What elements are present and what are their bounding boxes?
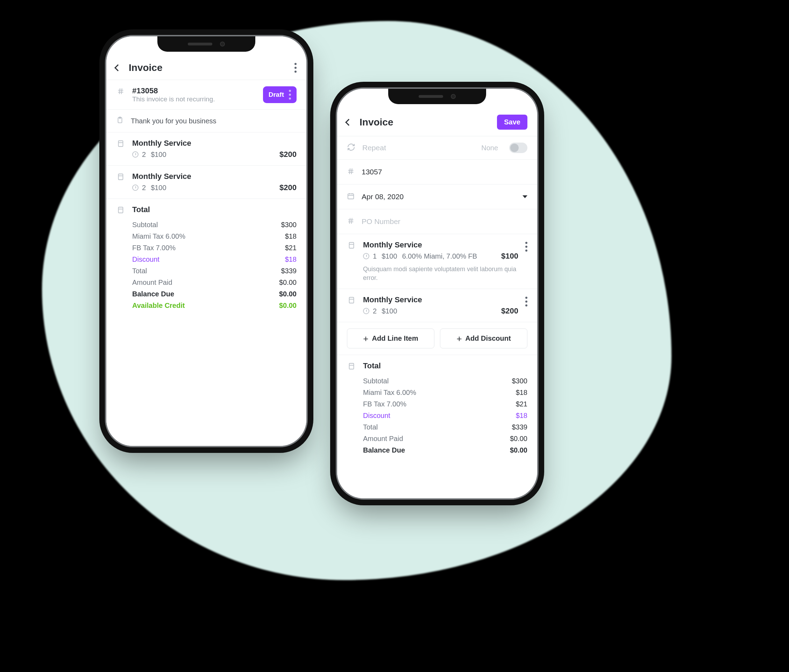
svg-line-3 [121, 88, 122, 94]
line-qty: 2 [132, 184, 146, 192]
clock-icon [132, 185, 139, 191]
totals-section: Total Subtotal$300Miami Tax 6.00%$18FB T… [106, 199, 307, 318]
summary-label: Amount Paid [363, 435, 403, 443]
status-more-icon[interactable] [289, 90, 291, 100]
totals-title: Total [363, 361, 527, 370]
line-tax: 6.00% Miami, 7.00% FB [402, 252, 478, 260]
summary-label: Balance Due [363, 446, 405, 454]
repeat-label: Repeat [363, 143, 474, 152]
date-field[interactable]: Apr 08, 2020 [337, 185, 537, 209]
svg-rect-26 [350, 298, 354, 303]
summary-line: Total$339 [363, 422, 527, 433]
summary-label: Total [132, 267, 147, 275]
summary-line: Discount$18 [363, 410, 527, 422]
line-name: Monthly Service [132, 139, 297, 148]
back-icon[interactable] [345, 119, 352, 126]
svg-line-23 [351, 218, 352, 224]
line-unit: $100 [151, 151, 166, 159]
summary-label: Subtotal [132, 221, 158, 229]
number-value: 13057 [362, 168, 527, 176]
top-bar: Invoice Save [337, 110, 537, 136]
action-buttons: + Add Line Item + Add Discount [337, 322, 537, 355]
add-discount-button[interactable]: + Add Discount [440, 328, 527, 349]
summary-value: $339 [281, 267, 297, 275]
screen-left: Invoice #13058 This invoice is not recur… [106, 37, 307, 446]
back-icon[interactable] [114, 64, 121, 71]
calendar-icon [347, 192, 355, 201]
summary-label: Total [363, 423, 378, 431]
status-badge-label: Draft [268, 91, 284, 99]
line-name: Monthly Service [132, 172, 297, 181]
item-more-icon[interactable] [525, 297, 527, 306]
line-amount: $200 [501, 306, 518, 315]
summary-line: Balance Due$0.00 [132, 288, 297, 300]
summary-value: $0.00 [279, 290, 297, 298]
svg-line-15 [351, 169, 352, 174]
line-amount: $200 [280, 150, 297, 159]
repeat-toggle[interactable] [509, 143, 527, 153]
add-line-item-button[interactable]: + Add Line Item [347, 328, 434, 349]
hash-icon [117, 88, 125, 96]
summary-label: FB Tax 7.00% [363, 400, 406, 408]
line-item: Monthly Service2$100$200 [106, 132, 307, 166]
svg-line-2 [119, 88, 120, 94]
line-name: Monthly Service [363, 240, 518, 250]
line-unit: $100 [151, 184, 166, 192]
summary-line: Discount$18 [132, 254, 297, 265]
summary-line: Miami Tax 6.00%$18 [132, 231, 297, 242]
date-value: Apr 08, 2020 [362, 193, 516, 201]
svg-line-14 [350, 169, 350, 174]
phone-left: Invoice #13058 This invoice is not recur… [105, 35, 308, 447]
summary-line: Total$339 [132, 265, 297, 277]
line-description: Quisquam modi sapiente voluptatem velit … [363, 265, 518, 282]
summary-value: $21 [516, 400, 527, 408]
note-row: Thank you for you business [106, 110, 307, 132]
repeat-row[interactable]: Repeat None [337, 136, 537, 160]
summary-line: Balance Due$0.00 [363, 444, 527, 456]
po-placeholder: PO Number [362, 217, 527, 226]
summary-line: Subtotal$300 [363, 375, 527, 387]
more-icon[interactable] [294, 63, 297, 73]
calculator-icon [348, 362, 355, 371]
add-discount-label: Add Discount [465, 334, 511, 342]
summary-label: Available Credit [132, 302, 185, 310]
summary-label: Miami Tax 6.00% [132, 232, 185, 240]
summary-label: Balance Due [132, 290, 174, 298]
repeat-value: None [481, 144, 498, 152]
top-bar: Invoice [106, 57, 307, 80]
chevron-down-icon [522, 195, 527, 198]
add-line-label: Add Line Item [372, 334, 418, 342]
summary-label: Miami Tax 6.00% [363, 389, 416, 397]
plus-icon: + [457, 336, 462, 342]
summary-line: Amount Paid$0.00 [132, 277, 297, 288]
line-name: Monthly Service [363, 295, 518, 304]
totals-section: Total Subtotal$300Miami Tax 6.00%$18FB T… [337, 355, 537, 462]
plus-icon: + [363, 336, 368, 342]
number-field[interactable]: 13057 [337, 160, 537, 185]
screen-right: Invoice Save Repeat None 13057 [337, 89, 537, 498]
summary-label: Subtotal [363, 377, 388, 385]
note-text: Thank you for you business [131, 117, 217, 125]
summary-value: $300 [281, 221, 297, 229]
line-unit: $100 [382, 252, 397, 260]
svg-rect-24 [350, 242, 354, 248]
summary-value: $18 [516, 412, 527, 420]
line-item[interactable]: Monthly Service1$1006.00% Miami, 7.00% F… [337, 234, 537, 289]
item-more-icon[interactable] [525, 242, 527, 252]
status-badge[interactable]: Draft [263, 86, 297, 103]
summary-line: Amount Paid$0.00 [363, 433, 527, 444]
phone-notch [157, 37, 255, 52]
page-title: Invoice [359, 117, 492, 128]
calculator-icon [117, 206, 125, 215]
clock-icon [363, 308, 369, 314]
summary-value: $0.00 [510, 446, 527, 454]
line-amount: $200 [280, 183, 297, 192]
summary-value: $18 [285, 232, 297, 240]
svg-rect-28 [350, 363, 354, 369]
line-item[interactable]: Monthly Service2$100$200 [337, 289, 537, 322]
po-number-field[interactable]: PO Number [337, 209, 537, 234]
summary-value: $339 [512, 423, 528, 431]
hash-icon [347, 217, 355, 226]
save-button[interactable]: Save [497, 115, 527, 130]
recurring-note: This invoice is not recurring. [132, 96, 215, 103]
